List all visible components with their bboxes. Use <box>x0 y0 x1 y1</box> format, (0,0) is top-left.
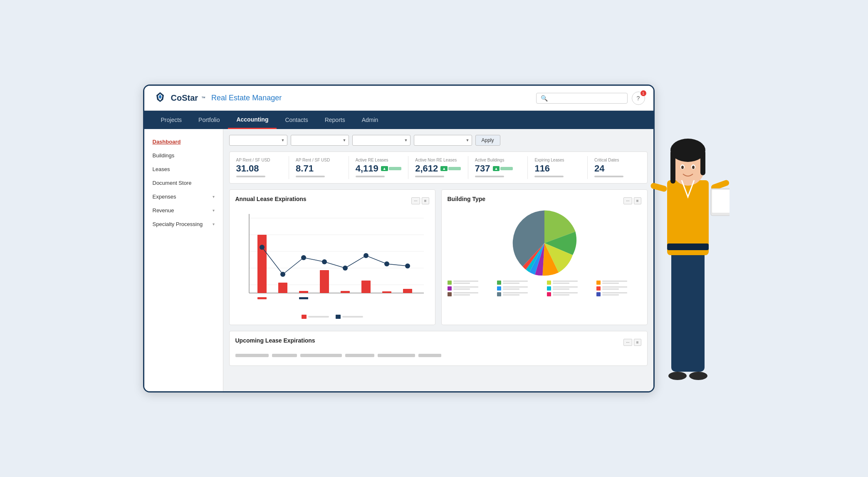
logo-subtitle: Real Estate Manager <box>211 94 282 102</box>
pie-color-6 <box>497 286 501 291</box>
costar-logo-icon <box>153 91 168 106</box>
trend-up-icon-4: ▲ <box>440 166 448 171</box>
annual-expirations-legend <box>235 315 429 319</box>
bottom-bar-2 <box>272 354 297 357</box>
search-bar[interactable]: 🔍 <box>536 93 628 104</box>
upcoming-expirations-expand-btn[interactable]: ≡ <box>634 339 641 346</box>
kpi-value-1: 31.08 <box>236 163 259 174</box>
bottom-bar-3 <box>300 354 342 357</box>
filter-dropdown-2[interactable] <box>291 135 349 146</box>
filter-select-wrap-1 <box>229 135 287 146</box>
apply-button[interactable]: Apply <box>475 135 500 146</box>
sidebar-item-leases[interactable]: Leases <box>144 162 223 176</box>
nav-item-accounting[interactable]: Accounting <box>228 111 277 129</box>
filter-dropdown-1[interactable] <box>229 135 287 146</box>
kpi-active-re-leases: Active RE Leases 4,119 ▲ <box>349 156 409 179</box>
search-icon: 🔍 <box>541 95 548 102</box>
person-illustration <box>646 89 730 401</box>
kpi-trend-5: ▲ <box>493 166 513 171</box>
filter-dropdown-3[interactable] <box>352 135 411 146</box>
building-type-menu-btn[interactable]: ··· <box>623 197 632 204</box>
bottom-bar-5 <box>378 354 415 357</box>
upcoming-expirations-menu-btn[interactable]: ··· <box>623 339 632 346</box>
pie-legend <box>448 281 641 296</box>
kpi-value-3: 4,119 <box>356 163 378 174</box>
svg-rect-15 <box>361 281 371 293</box>
kpi-bar: AP Rent / SF USD 31.08 AP Rent / SF USD … <box>229 152 648 184</box>
pie-legend-8 <box>596 286 641 291</box>
svg-rect-26 <box>257 297 267 299</box>
nav-item-portfolio[interactable]: Portfolio <box>190 111 228 129</box>
svg-point-37 <box>692 166 695 169</box>
pie-color-1 <box>448 281 452 285</box>
pie-chart-container <box>448 210 641 296</box>
help-icon: ? <box>637 95 640 102</box>
expenses-chevron-icon: ▾ <box>213 194 215 199</box>
filter-select-wrap-4 <box>414 135 472 146</box>
svg-rect-16 <box>382 291 391 293</box>
nav-item-contacts[interactable]: Contacts <box>277 111 316 129</box>
svg-rect-33 <box>700 150 705 175</box>
kpi-trend-3: ▲ <box>381 166 401 171</box>
sidebar-item-specialty-processing[interactable]: Specialty Processing ▾ <box>144 217 223 231</box>
pie-color-10 <box>497 292 501 296</box>
trend-bar-3 <box>389 167 401 170</box>
kpi-value-7: 24 <box>594 163 604 174</box>
svg-point-42 <box>668 372 687 380</box>
svg-point-31 <box>670 139 705 162</box>
pie-legend-9 <box>448 292 492 296</box>
pie-legend-12 <box>596 292 641 296</box>
logo-area: CoStar ™ Real Estate Manager <box>153 91 282 106</box>
annual-expirations-title: Annual Lease Expirations <box>235 196 307 202</box>
pie-color-12 <box>596 292 601 296</box>
sidebar-item-buildings[interactable]: Buildings <box>144 149 223 162</box>
sidebar-item-dashboard[interactable]: Dashboard <box>144 135 223 149</box>
nav-item-admin[interactable]: Admin <box>354 111 387 129</box>
specialty-chevron-icon: ▾ <box>213 222 215 226</box>
pie-color-3 <box>547 281 551 285</box>
svg-point-36 <box>681 166 684 169</box>
svg-rect-13 <box>320 270 329 293</box>
kpi-trend-4: ▲ <box>440 166 461 171</box>
revenue-chevron-icon: ▾ <box>213 208 215 213</box>
sidebar-item-expenses[interactable]: Expenses ▾ <box>144 190 223 204</box>
nav-item-projects[interactable]: Projects <box>153 111 190 129</box>
notification-button[interactable]: ? 1 <box>632 92 645 105</box>
annual-expirations-expand-btn[interactable]: ≡ <box>422 197 429 204</box>
upcoming-expirations-title: Upcoming Lease Expirations <box>235 337 315 344</box>
pie-legend-11 <box>547 292 592 296</box>
svg-point-19 <box>280 272 285 277</box>
kpi-value-6: 116 <box>534 163 550 174</box>
search-input[interactable] <box>550 95 623 101</box>
svg-point-20 <box>301 255 306 260</box>
svg-point-18 <box>260 245 265 250</box>
pie-color-11 <box>547 292 551 296</box>
sidebar-item-document-store[interactable]: Document Store <box>144 176 223 190</box>
pie-legend-3 <box>547 281 592 285</box>
kpi-sub-bar-6 <box>534 176 564 177</box>
filter-select-wrap-3 <box>352 135 411 146</box>
svg-rect-28 <box>671 247 705 372</box>
annual-expirations-menu-btn[interactable]: ··· <box>411 197 420 204</box>
upcoming-expirations-actions: ··· ≡ <box>623 339 641 346</box>
header: CoStar ™ Real Estate Manager 🔍 ? 1 <box>144 86 653 111</box>
filter-dropdown-4[interactable] <box>414 135 472 146</box>
sidebar-item-revenue[interactable]: Revenue ▾ <box>144 204 223 217</box>
pie-legend-4 <box>596 281 641 285</box>
svg-rect-14 <box>341 291 350 293</box>
pie-legend-5 <box>448 286 492 291</box>
svg-point-24 <box>384 261 389 266</box>
annual-expirations-chart: Annual Lease Expirations ··· ≡ <box>229 189 435 325</box>
legend-item-bar <box>302 315 329 319</box>
nav-item-reports[interactable]: Reports <box>317 111 354 129</box>
logo-text: CoStar <box>171 93 198 103</box>
trend-bar-4 <box>448 167 461 170</box>
svg-rect-38 <box>650 182 667 192</box>
trend-bar-5 <box>500 167 513 170</box>
pie-color-4 <box>596 281 601 285</box>
nav-bar: Projects Portfolio Accounting Contacts R… <box>144 111 653 129</box>
pie-legend-2 <box>497 281 542 285</box>
building-type-expand-btn[interactable]: ≡ <box>634 197 641 204</box>
kpi-value-2: 8.71 <box>296 163 314 174</box>
person-svg <box>646 89 730 401</box>
